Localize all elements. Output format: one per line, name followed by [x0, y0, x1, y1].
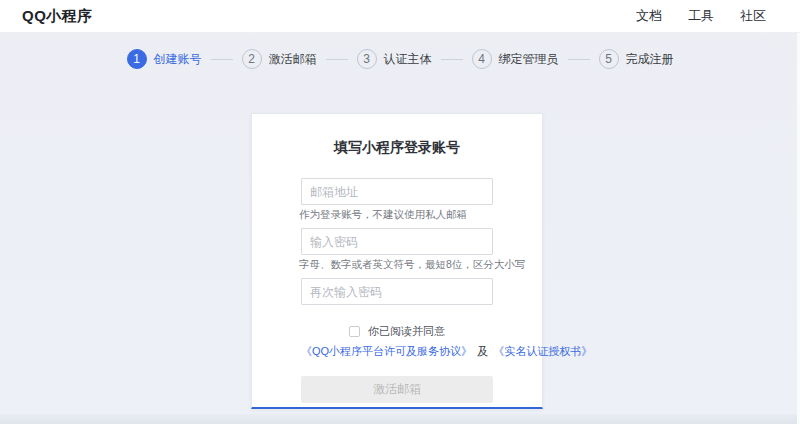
card-title: 填写小程序登录账号: [252, 139, 542, 157]
step-5-label: 完成注册: [626, 51, 674, 68]
step-create-account: 1 创建账号: [127, 49, 202, 69]
footer-band: [0, 414, 800, 424]
nav-docs[interactable]: 文档: [636, 7, 662, 25]
email-field-group: 作为登录账号，不建议使用私人邮箱: [301, 178, 493, 220]
license-agreement-link[interactable]: 《QQ小程序平台许可及服务协议》: [301, 345, 472, 357]
activate-email-button[interactable]: 激活邮箱: [301, 376, 493, 403]
nav-tools[interactable]: 工具: [688, 7, 714, 25]
step-connector: [211, 59, 233, 60]
step-bind-admin: 4 绑定管理员: [472, 49, 559, 69]
agreement-checkbox[interactable]: [349, 326, 360, 337]
step-finish-register: 5 完成注册: [599, 49, 674, 69]
confirm-password-field-group: [301, 278, 493, 305]
password-hint: 字母、数字或者英文符号，最短8位，区分大小写: [299, 259, 493, 270]
step-verify-subject: 3 认证主体: [357, 49, 432, 69]
agreement-links: 《QQ小程序平台许可及服务协议》 及 《实名认证授权书》: [301, 344, 493, 359]
agreement-row: 你已阅读并同意: [301, 324, 493, 339]
step-activate-email: 2 激活邮箱: [242, 49, 317, 69]
app-logo[interactable]: QQ小程序: [22, 7, 93, 26]
step-2-label: 激活邮箱: [269, 51, 317, 68]
nav-community[interactable]: 社区: [740, 7, 766, 25]
password-field-group: 字母、数字或者英文符号，最短8位，区分大小写: [301, 228, 493, 270]
agreement-conjunction: 及: [477, 345, 488, 357]
top-nav: 文档 工具 社区: [610, 7, 766, 25]
step-connector: [326, 59, 348, 60]
step-4-number: 4: [472, 49, 492, 69]
step-connector: [568, 59, 590, 60]
password-input[interactable]: [301, 228, 493, 255]
step-3-label: 认证主体: [384, 51, 432, 68]
step-3-number: 3: [357, 49, 377, 69]
email-hint: 作为登录账号，不建议使用私人邮箱: [299, 209, 493, 220]
step-1-label: 创建账号: [154, 51, 202, 68]
step-5-number: 5: [599, 49, 619, 69]
step-2-number: 2: [242, 49, 262, 69]
step-4-label: 绑定管理员: [499, 51, 559, 68]
confirm-password-input[interactable]: [301, 278, 493, 305]
top-header: QQ小程序 文档 工具 社区: [0, 0, 800, 33]
signup-form: 作为登录账号，不建议使用私人邮箱 字母、数字或者英文符号，最短8位，区分大小写 …: [301, 178, 493, 403]
step-connector: [441, 59, 463, 60]
step-1-number: 1: [127, 49, 147, 69]
registration-stepper: 1 创建账号 2 激活邮箱 3 认证主体 4 绑定管理员 5 完成注册: [0, 49, 800, 69]
email-input[interactable]: [301, 178, 493, 205]
agreement-label: 你已阅读并同意: [368, 324, 445, 339]
realname-auth-link[interactable]: 《实名认证授权书》: [493, 345, 592, 357]
signup-card: 填写小程序登录账号 作为登录账号，不建议使用私人邮箱 字母、数字或者英文符号，最…: [251, 113, 543, 409]
